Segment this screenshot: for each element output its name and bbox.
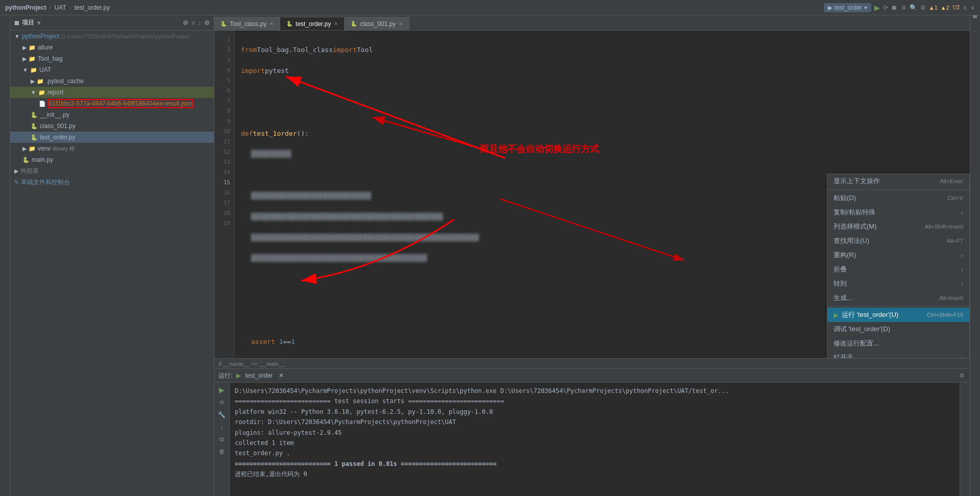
search-icon[interactable]: 🔍 xyxy=(910,4,917,11)
ctx-goto[interactable]: 转到 › xyxy=(827,277,969,291)
exit-line: 进程已结束,退出代码为 0 xyxy=(235,469,954,479)
run-button[interactable]: ▶ xyxy=(874,4,880,12)
folder-icon: 📁 xyxy=(29,56,36,62)
folder-open-icon: ▼ xyxy=(14,33,20,39)
tree-scratch[interactable]: ✎ 草稿文件和控制台 xyxy=(10,177,214,188)
ctx-run[interactable]: ▶ 运行 'test_order'(U) Ctrl+Shift+F10 xyxy=(827,308,969,322)
titlebar: pythonProject › UAT › test_order.py ▶ te… xyxy=(0,0,980,15)
stop-button[interactable]: ⏹ xyxy=(891,4,897,11)
ctx-show-context-shortcut: Alt+Enter xyxy=(940,178,963,184)
list-icon[interactable]: ≡ xyxy=(191,19,195,27)
rerun-icon[interactable]: ⟳ xyxy=(218,398,226,407)
folder-open-icon: ▼ xyxy=(22,67,28,73)
ctx-fold[interactable]: 折叠 › xyxy=(827,262,969,277)
sync-icon[interactable]: ⚙ xyxy=(183,19,188,27)
tab-toolclass[interactable]: 🐍 Tool_class.py ✕ xyxy=(214,17,280,30)
project-header-icons: ⚙ ≡ ↕ ⚙ xyxy=(183,19,210,27)
project-tree: ▼ pythonProject D:\Users\72036454\Pychar… xyxy=(10,31,214,496)
breadcrumb: pythonProject › UAT › test_order.py xyxy=(5,4,110,11)
line-num-8: 8 xyxy=(214,106,234,116)
ctx-modify-label: 修改运行配置... xyxy=(834,339,879,348)
chevron-up-icon[interactable]: ∧ xyxy=(963,4,967,11)
ctx-paste-label: 粘贴(D) xyxy=(834,193,856,203)
wrench-icon[interactable]: 🔧 xyxy=(217,410,227,419)
report-label: report xyxy=(47,89,63,96)
delete-icon[interactable]: 🗑 xyxy=(218,447,226,456)
tree-allure[interactable]: ▶ 📁 allure xyxy=(10,42,214,53)
tree-mainpy[interactable]: 🐍 main.py xyxy=(10,154,214,165)
ctx-column-shortcut: Alt+Shift+Insert xyxy=(925,224,963,230)
settings-icon[interactable]: ⚙ xyxy=(204,19,210,27)
bottom-row: ▶ ⟳ 🔧 ↓ ⧉ 🗑 D:\Users\72036454\PycharmPro… xyxy=(214,383,970,496)
py-icon: 🐍 xyxy=(286,21,292,27)
project-title: pythonProject xyxy=(5,4,46,11)
py-file-icon: 🐍 xyxy=(22,157,30,163)
ctx-find-usage[interactable]: 查找用法(U) Alt+F7 xyxy=(827,234,969,248)
pause-button[interactable]: ⏸ xyxy=(900,4,906,11)
project-panel-header: ▦ 项目 ▾ ⚙ ≡ ↕ ⚙ xyxy=(10,15,214,31)
project-header-chevron[interactable]: ▾ xyxy=(37,19,40,27)
ctx-refactor[interactable]: 重构(R) › xyxy=(827,248,969,262)
bottom-right-gutter xyxy=(960,383,970,496)
ctx-arrow-4: › xyxy=(961,280,963,288)
ctx-debug[interactable]: 调试 'test_order'(D) xyxy=(827,322,969,336)
tab-toolclass-close[interactable]: ✕ xyxy=(270,21,274,27)
ctx-find-label: 查找用法(U) xyxy=(834,236,869,245)
gear-icon[interactable]: ⚙ xyxy=(920,4,926,11)
filter-icon[interactable]: ⧉ xyxy=(218,435,225,444)
right-sidebar: 事件日志 Git xyxy=(970,15,980,496)
tree-init[interactable]: 🐍 __init__.py xyxy=(10,109,214,120)
tree-uat[interactable]: ▼ 📁 UAT xyxy=(10,64,214,76)
line-num-6: 6 xyxy=(214,86,234,96)
tab-class001-close[interactable]: ✕ xyxy=(399,21,403,27)
ctx-paste[interactable]: 粘贴(D) Ctrl+V xyxy=(827,191,969,205)
tree-class001[interactable]: 🐍 class_001.py xyxy=(10,120,214,132)
project-header-label: 项目 xyxy=(22,18,34,27)
tree-root[interactable]: ▼ pythonProject D:\Users\72036454\Pychar… xyxy=(10,31,214,42)
warning-indicator3: ▽2 xyxy=(952,4,960,11)
sort-icon[interactable]: ↕ xyxy=(198,19,201,27)
refresh-button[interactable]: ⟳ xyxy=(883,4,888,11)
rootdir-line: rootdir: D:\Users\72036454\PycharmProjec… xyxy=(235,417,954,427)
tree-external-libs[interactable]: ▶ 外部库 xyxy=(10,165,214,177)
tab-testorder[interactable]: 🐍 test_order.py ✕ xyxy=(280,17,345,30)
chevron-down-icon[interactable]: ∨ xyxy=(970,4,975,11)
editor-content: 1 2 3 4 5 6 7 8 9 10 11 12 13 14 15 16 1 xyxy=(214,31,970,358)
ctx-arrow-3: › xyxy=(961,266,963,274)
root-label: pythonProject xyxy=(22,33,59,40)
folder-icon: 📁 xyxy=(37,78,44,85)
ctx-fold-label: 折叠 xyxy=(834,265,847,274)
ctx-open-in[interactable]: 打开于 › xyxy=(827,351,969,358)
tree-report[interactable]: ▼ 📁 report xyxy=(10,87,214,98)
ctx-column-mode[interactable]: 列选择模式(M) Alt+Shift+Insert xyxy=(827,219,969,234)
tab-class001[interactable]: 🐍 class_001.py ✕ xyxy=(345,17,409,30)
tree-result-json[interactable]: 📄 01f1bbc3-577a-4847-b4b6-b49f186404ea-r… xyxy=(10,98,214,109)
ctx-modify-config[interactable]: 修改运行配置... xyxy=(827,336,969,351)
folder-icon: 📁 xyxy=(30,67,37,73)
line-numbers: 1 2 3 4 5 6 7 8 9 10 11 12 13 14 15 16 1 xyxy=(214,31,235,358)
ctx-show-context-actions[interactable]: 显示上下文操作 Alt+Enter xyxy=(827,174,969,188)
tab-class001-label: class_001.py xyxy=(360,20,396,28)
line-num-13: 13 xyxy=(214,157,234,167)
scroll-end-icon[interactable]: ↓ xyxy=(219,423,225,432)
play-icon[interactable]: ▶ xyxy=(218,385,226,395)
run-config-icon: ▶ xyxy=(828,4,832,11)
scratch-icon: ✎ xyxy=(14,179,19,186)
ctx-generate[interactable]: 生成... Alt+Insert xyxy=(827,291,969,305)
py-icon: 🐍 xyxy=(351,21,357,27)
tab-testorder-close[interactable]: ✕ xyxy=(334,21,338,27)
folder-collapsed-icon: ▶ xyxy=(31,78,35,85)
editor-status-bar: if __name__ == '__main__' xyxy=(214,358,970,368)
tree-testorder[interactable]: 🐍 test_order.py xyxy=(10,132,214,143)
class001-label: class_001.py xyxy=(40,122,76,130)
run-config-selector[interactable]: ▶ test_order ▾ xyxy=(824,3,871,12)
ctx-generate-label: 生成... xyxy=(834,293,852,303)
tree-venv[interactable]: ▶ 📁 venv library 根 xyxy=(10,143,214,154)
bottom-settings-icon[interactable]: ⚙ xyxy=(958,371,966,380)
tree-toolbag[interactable]: ▶ 📁 Tool_bag xyxy=(10,53,214,64)
ctx-find-shortcut: Alt+F7 xyxy=(947,238,963,244)
tree-pytest-cache[interactable]: ▶ 📁 .pytest_cache xyxy=(10,76,214,87)
tab-testorder-label: test_order.py xyxy=(296,20,331,28)
bottom-close-icon[interactable]: ✕ xyxy=(279,372,284,379)
ctx-copy-paste-special[interactable]: 复制/粘贴特殊 › xyxy=(827,205,969,219)
